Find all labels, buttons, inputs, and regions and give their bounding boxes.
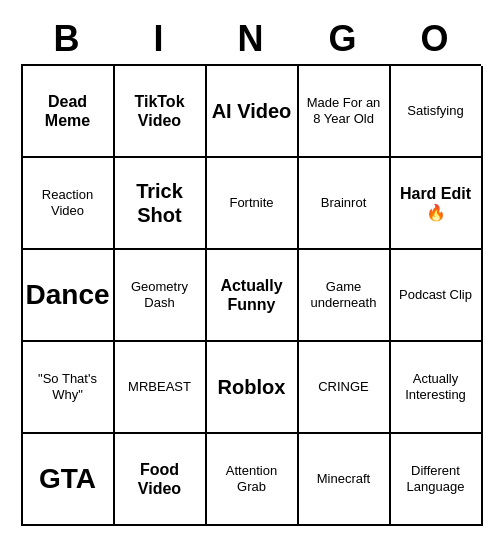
letter-o: O — [391, 18, 479, 60]
cell-text-17: Roblox — [218, 375, 286, 399]
bingo-cell-14: Podcast Clip — [391, 250, 483, 342]
letter-b: B — [23, 18, 111, 60]
cell-text-6: Trick Shot — [119, 179, 201, 227]
cell-text-9: Hard Edit🔥 — [395, 184, 477, 222]
letter-i: I — [115, 18, 203, 60]
bingo-cell-12: Actually Funny — [207, 250, 299, 342]
bingo-cell-16: MRBEAST — [115, 342, 207, 434]
bingo-cell-10: Dance — [23, 250, 115, 342]
cell-text-18: CRINGE — [318, 379, 369, 395]
bingo-card: B I N G O Dead MemeTikTok VideoAI VideoM… — [11, 8, 491, 536]
bingo-cell-18: CRINGE — [299, 342, 391, 434]
cell-text-15: "So That's Why" — [27, 371, 109, 402]
bingo-cell-21: Food Video — [115, 434, 207, 526]
cell-text-21: Food Video — [119, 460, 201, 498]
cell-text-14: Podcast Clip — [399, 287, 472, 303]
cell-text-22: Attention Grab — [211, 463, 293, 494]
letter-n: N — [207, 18, 295, 60]
bingo-cell-6: Trick Shot — [115, 158, 207, 250]
bingo-cell-4: Satisfying — [391, 66, 483, 158]
bingo-cell-2: AI Video — [207, 66, 299, 158]
bingo-cell-5: Reaction Video — [23, 158, 115, 250]
cell-text-11: Geometry Dash — [119, 279, 201, 310]
bingo-cell-11: Geometry Dash — [115, 250, 207, 342]
bingo-cell-15: "So That's Why" — [23, 342, 115, 434]
cell-text-23: Minecraft — [317, 471, 370, 487]
cell-text-2: AI Video — [212, 99, 292, 123]
cell-text-12: Actually Funny — [211, 276, 293, 314]
bingo-cell-24: Different Language — [391, 434, 483, 526]
cell-text-4: Satisfying — [407, 103, 463, 119]
cell-text-10: Dance — [25, 278, 109, 312]
bingo-cell-19: Actually Interesting — [391, 342, 483, 434]
cell-text-3: Made For an 8 Year Old — [303, 95, 385, 126]
cell-text-24: Different Language — [395, 463, 477, 494]
cell-text-8: Brainrot — [321, 195, 367, 211]
bingo-cell-9: Hard Edit🔥 — [391, 158, 483, 250]
cell-text-7: Fortnite — [229, 195, 273, 211]
cell-text-16: MRBEAST — [128, 379, 191, 395]
bingo-header: B I N G O — [21, 18, 481, 60]
bingo-cell-1: TikTok Video — [115, 66, 207, 158]
bingo-cell-23: Minecraft — [299, 434, 391, 526]
letter-g: G — [299, 18, 387, 60]
bingo-cell-7: Fortnite — [207, 158, 299, 250]
cell-text-19: Actually Interesting — [395, 371, 477, 402]
cell-text-5: Reaction Video — [27, 187, 109, 218]
bingo-cell-8: Brainrot — [299, 158, 391, 250]
bingo-cell-3: Made For an 8 Year Old — [299, 66, 391, 158]
bingo-cell-20: GTA — [23, 434, 115, 526]
cell-text-13: Game underneath — [303, 279, 385, 310]
bingo-grid: Dead MemeTikTok VideoAI VideoMade For an… — [21, 64, 481, 526]
cell-text-0: Dead Meme — [27, 92, 109, 130]
bingo-cell-17: Roblox — [207, 342, 299, 434]
bingo-cell-0: Dead Meme — [23, 66, 115, 158]
cell-text-20: GTA — [39, 462, 96, 496]
cell-text-1: TikTok Video — [119, 92, 201, 130]
bingo-cell-13: Game underneath — [299, 250, 391, 342]
bingo-cell-22: Attention Grab — [207, 434, 299, 526]
